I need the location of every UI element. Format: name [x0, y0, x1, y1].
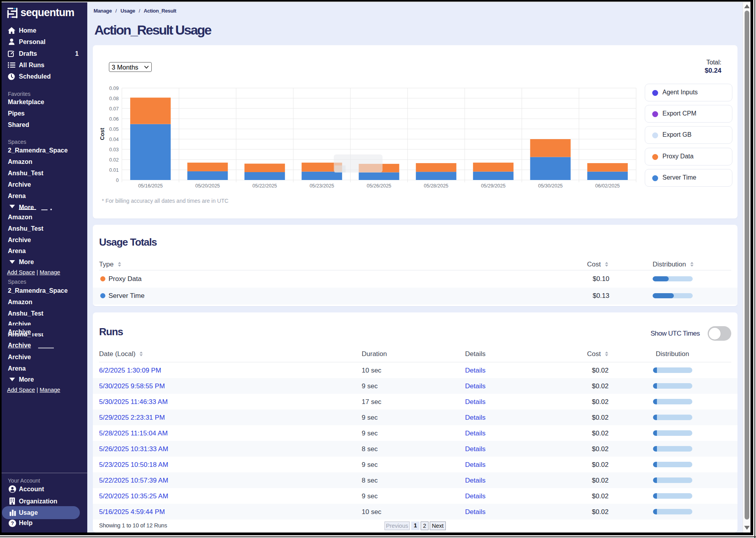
svg-text:Cost: Cost: [99, 128, 105, 140]
svg-text:0.04: 0.04: [109, 137, 119, 142]
svg-text:06/02/2025: 06/02/2025: [595, 183, 620, 189]
svg-text:0.06: 0.06: [109, 116, 119, 122]
svg-text:0.08: 0.08: [109, 96, 119, 101]
svg-text:05/30/2025: 05/30/2025: [538, 183, 563, 189]
svg-text:05/16/2025: 05/16/2025: [138, 183, 163, 189]
svg-text:0.03: 0.03: [109, 147, 119, 152]
svg-text:05/22/2025: 05/22/2025: [252, 183, 277, 189]
svg-text:05/23/2025: 05/23/2025: [309, 183, 334, 189]
svg-text:05/20/2025: 05/20/2025: [195, 183, 220, 189]
svg-text:0.01: 0.01: [109, 167, 119, 173]
svg-text:05/29/2025: 05/29/2025: [481, 183, 506, 189]
svg-text:0: 0: [116, 178, 119, 183]
svg-text:?: ?: [11, 521, 14, 526]
svg-text:0.02: 0.02: [109, 157, 119, 163]
svg-text:0.09: 0.09: [109, 86, 119, 91]
svg-text:05/28/2025: 05/28/2025: [424, 183, 449, 189]
svg-text:0.05: 0.05: [109, 127, 119, 132]
svg-text:05/26/2025: 05/26/2025: [367, 183, 392, 189]
svg-text:0.07: 0.07: [109, 106, 119, 112]
